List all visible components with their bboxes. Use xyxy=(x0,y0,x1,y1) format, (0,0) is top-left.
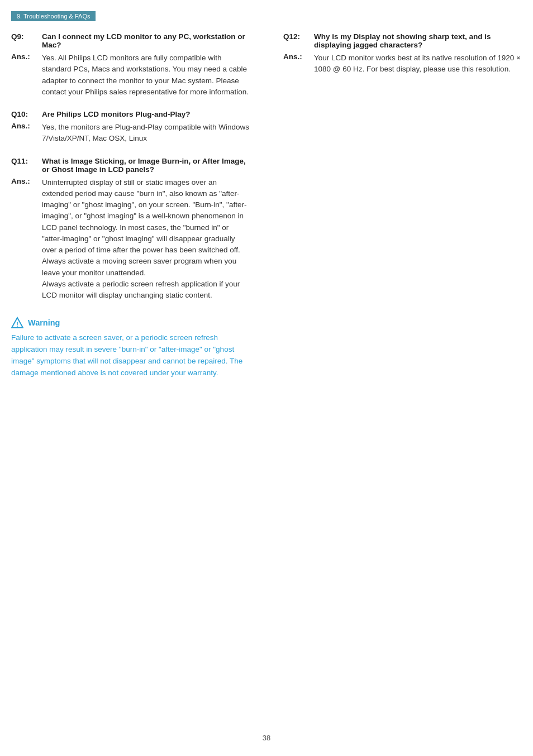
q10-block: Q10: Are Philips LCD monitors Plug-and-P… xyxy=(11,110,250,145)
q12-label: Q12: xyxy=(283,32,314,49)
warning-title-row: ! Warning xyxy=(11,317,250,329)
q11-ans-label: Ans.: xyxy=(11,177,42,302)
page: 9. Troubleshooting & FAQs Q9: Can I conn… xyxy=(0,0,533,756)
warning-section: ! Warning Failure to activate a screen s… xyxy=(11,317,250,379)
warning-text: Failure to activate a screen saver, or a… xyxy=(11,332,250,379)
q9-question-row: Q9: Can I connect my LCD monitor to any … xyxy=(11,32,250,49)
page-number: 38 xyxy=(0,734,533,742)
left-column: Q9: Can I connect my LCD monitor to any … xyxy=(11,32,266,379)
q10-label: Q10: xyxy=(11,110,42,118)
q12-text: Why is my Display not showing sharp text… xyxy=(314,32,522,49)
warning-title: Warning xyxy=(28,318,60,327)
q10-ans-label: Ans.: xyxy=(11,122,42,145)
q9-ans-text: Yes. All Philips LCD monitors are fully … xyxy=(42,52,250,98)
q9-ans-label: Ans.: xyxy=(11,52,42,98)
q11-question-row: Q11: What is Image Sticking, or Image Bu… xyxy=(11,157,250,174)
content-area: Q9: Can I connect my LCD monitor to any … xyxy=(0,32,533,379)
warning-icon: ! xyxy=(11,317,23,329)
q12-ans-text: Your LCD monitor works best at its nativ… xyxy=(314,52,522,75)
q11-block: Q11: What is Image Sticking, or Image Bu… xyxy=(11,157,250,302)
svg-text:!: ! xyxy=(16,321,18,328)
q11-label: Q11: xyxy=(11,157,42,174)
q11-ans-text: Uninterrupted display of still or static… xyxy=(42,177,250,302)
q12-question-row: Q12: Why is my Display not showing sharp… xyxy=(283,32,522,49)
q10-ans-text: Yes, the monitors are Plug-and-Play comp… xyxy=(42,122,250,145)
q12-ans-label: Ans.: xyxy=(283,52,314,75)
q10-question-row: Q10: Are Philips LCD monitors Plug-and-P… xyxy=(11,110,250,118)
q10-text: Are Philips LCD monitors Plug-and-Play? xyxy=(42,110,250,118)
q11-text: What is Image Sticking, or Image Burn-in… xyxy=(42,157,250,174)
warning-triangle-icon: ! xyxy=(11,317,23,329)
right-column: Q12: Why is my Display not showing sharp… xyxy=(266,32,522,379)
q12-block: Q12: Why is my Display not showing sharp… xyxy=(283,32,522,75)
q10-answer-row: Ans.: Yes, the monitors are Plug-and-Pla… xyxy=(11,122,250,145)
q9-answer-row: Ans.: Yes. All Philips LCD monitors are … xyxy=(11,52,250,98)
q9-label: Q9: xyxy=(11,32,42,49)
section-header: 9. Troubleshooting & FAQs xyxy=(11,11,96,21)
q12-answer-row: Ans.: Your LCD monitor works best at its… xyxy=(283,52,522,75)
q11-answer-row: Ans.: Uninterrupted display of still or … xyxy=(11,177,250,302)
q9-block: Q9: Can I connect my LCD monitor to any … xyxy=(11,32,250,98)
q9-text: Can I connect my LCD monitor to any PC, … xyxy=(42,32,250,49)
